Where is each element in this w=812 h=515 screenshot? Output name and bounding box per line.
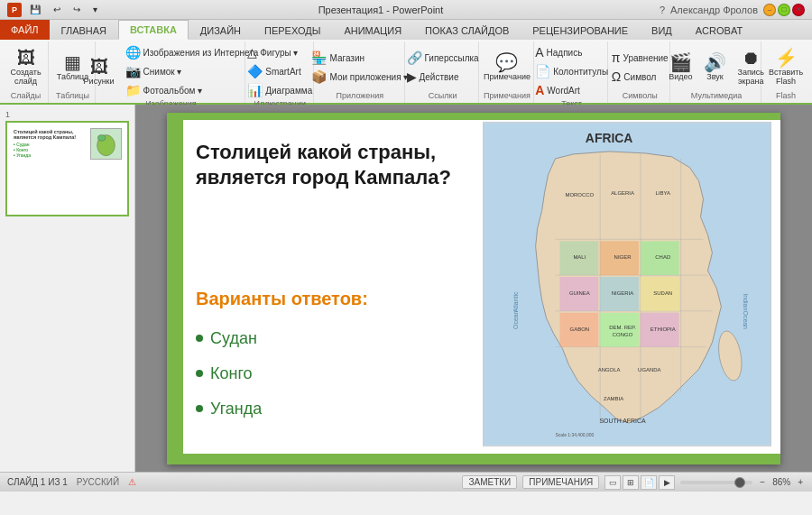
group-media-label: Мультимедиа xyxy=(691,91,743,101)
myapps-button[interactable]: 📦 Мои приложения ▾ xyxy=(307,68,412,86)
video-button[interactable]: 🎬 Видео xyxy=(664,51,697,84)
window-controls: – □ ✕ xyxy=(763,4,805,16)
app-title: Презентация1 - PowerPoint xyxy=(318,5,444,15)
tab-review[interactable]: РЕЦЕНЗИРОВАНИЕ xyxy=(521,20,640,40)
comment-button[interactable]: 💬 Примечание xyxy=(479,51,535,84)
slide-border-bottom xyxy=(167,454,780,464)
svg-text:MALI: MALI xyxy=(573,254,586,260)
action-button[interactable]: ▶ Действие xyxy=(402,68,484,86)
reading-view-icon[interactable]: 📄 xyxy=(641,475,657,490)
hyperlink-icon: 🔗 xyxy=(407,51,422,65)
header-button[interactable]: 📄 Колонтитулы xyxy=(531,62,613,80)
tab-transitions[interactable]: ПЕРЕХОДЫ xyxy=(253,20,332,40)
svg-text:CHAD: CHAD xyxy=(655,254,671,260)
quick-redo[interactable]: ↪ xyxy=(69,2,85,17)
symbol-icon: Ω xyxy=(612,69,621,84)
app-icon: P xyxy=(7,3,22,17)
tab-insert[interactable]: ВСТАВКА xyxy=(118,20,189,40)
group-applications-label: Приложения xyxy=(337,91,384,101)
pictures-icon: 🖼 xyxy=(90,58,108,76)
slide-answer-2[interactable]: Конго xyxy=(196,364,262,383)
create-slide-icon: 🖼 xyxy=(17,49,35,67)
ribbon-content: 🖼 Создатьслайд Слайды ▦ Таблица Таблицы … xyxy=(0,40,812,105)
action-icon: ▶ xyxy=(407,69,417,84)
slide-sorter-icon[interactable]: ⊞ xyxy=(623,475,639,490)
tab-acrobat[interactable]: ACROBAT xyxy=(684,20,754,40)
group-images: 🖼 Рисунки 🌐 Изображения из Интернета 📷 С… xyxy=(97,41,245,103)
tab-file[interactable]: ФАЙЛ xyxy=(0,20,50,40)
hyperlink-button[interactable]: 🔗 Гиперссылка xyxy=(402,49,484,67)
close-button[interactable]: ✕ xyxy=(792,4,805,16)
tab-view[interactable]: ВИД xyxy=(640,20,684,40)
tab-animation[interactable]: АНИМАЦИЯ xyxy=(332,20,413,40)
svg-text:GABON: GABON xyxy=(570,326,590,331)
notes-button[interactable]: ЗАМЕТКИ xyxy=(462,475,517,489)
pictures-button[interactable]: 🖼 Рисунки xyxy=(79,55,119,88)
zoom-slider[interactable] xyxy=(680,481,752,484)
group-links: 🔗 Гиперссылка ▶ Действие Ссылки xyxy=(407,41,479,103)
slide-canvas[interactable]: Столицей какой страны, является город Ка… xyxy=(167,113,780,464)
slide-info: СЛАЙД 1 ИЗ 1 xyxy=(7,477,68,487)
user-name: Александр Фролов xyxy=(670,5,758,15)
zoom-thumb[interactable] xyxy=(734,477,745,488)
tab-slideshow[interactable]: ПОКАЗ СЛАЙДОВ xyxy=(413,20,521,40)
view-icons: ▭ ⊞ 📄 ▶ xyxy=(604,475,675,490)
zoom-minus[interactable]: − xyxy=(758,477,767,487)
slide-answer-1[interactable]: Судан xyxy=(196,329,262,348)
flash-button[interactable]: ⚡ ВставитьFlash xyxy=(764,46,807,88)
group-flash-label: Flash xyxy=(776,91,796,101)
chart-button[interactable]: 📊 Диаграмма xyxy=(243,81,317,99)
slideshow-view-icon[interactable]: ▶ xyxy=(659,475,675,490)
textbox-button[interactable]: A Надпись xyxy=(531,43,613,61)
equation-icon: π xyxy=(612,51,621,65)
svg-text:MOROCCO: MOROCCO xyxy=(565,191,594,197)
tab-design[interactable]: ДИЗАЙН xyxy=(189,20,253,40)
svg-text:CONGO: CONGO xyxy=(613,331,633,336)
quick-undo[interactable]: ↩ xyxy=(49,2,65,17)
svg-text:UGANDA: UGANDA xyxy=(638,367,660,372)
record-icon: ⏺ xyxy=(742,49,760,67)
maximize-button[interactable]: □ xyxy=(778,4,790,16)
normal-view-icon[interactable]: ▭ xyxy=(604,475,621,490)
quick-customize[interactable]: ▾ xyxy=(88,2,102,17)
album-icon: 📁 xyxy=(125,83,141,97)
wordart-button[interactable]: A WordArt xyxy=(531,81,613,99)
header-icon: 📄 xyxy=(535,64,550,78)
equation-button[interactable]: π Уравнение xyxy=(607,49,673,67)
answer-text-2: Конго xyxy=(210,364,253,383)
slide-answer-3[interactable]: Уганда xyxy=(196,400,262,418)
africa-map: AFRICA xyxy=(483,122,771,446)
online-images-button[interactable]: 🌐 Изображения из Интернета xyxy=(121,43,263,61)
svg-text:ANGOLA: ANGOLA xyxy=(598,367,621,372)
online-images-icon: 🌐 xyxy=(125,45,141,60)
slide-border-left xyxy=(167,113,183,464)
store-button[interactable]: 🏪 Магазин xyxy=(307,49,412,67)
tab-home[interactable]: ГЛАВНАЯ xyxy=(50,20,118,40)
album-button[interactable]: 📁 Фотоальбом ▾ xyxy=(121,81,263,99)
comments-button[interactable]: ПРИМЕЧАНИЯ xyxy=(522,475,599,489)
group-slides: 🖼 Создатьслайд Слайды xyxy=(4,41,49,103)
group-symbols: π Уравнение Ω Символ Символы xyxy=(610,41,670,103)
status-right: ЗАМЕТКИ ПРИМЕЧАНИЯ ▭ ⊞ 📄 ▶ − 86% + xyxy=(462,475,805,490)
smartart-button[interactable]: 🔷 SmartArt xyxy=(243,62,317,80)
slide-question[interactable]: Столицей какой страны, является город Ка… xyxy=(196,140,475,191)
ribbon: ФАЙЛ ГЛАВНАЯ ВСТАВКА ДИЗАЙН ПЕРЕХОДЫ АНИ… xyxy=(0,20,812,105)
group-links-label: Ссылки xyxy=(429,91,457,101)
symbol-button[interactable]: Ω Символ xyxy=(607,68,673,86)
quick-save[interactable]: 💾 xyxy=(25,2,45,17)
slide-thumbnail-1[interactable]: Столицей какой страны,является город Кам… xyxy=(5,121,129,216)
shapes-button[interactable]: △ Фигуры ▾ xyxy=(243,43,317,61)
shapes-icon: △ xyxy=(247,45,257,60)
zoom-plus[interactable]: + xyxy=(796,477,805,487)
minimize-button[interactable]: – xyxy=(763,4,776,16)
store-icon: 🏪 xyxy=(311,51,327,65)
snapshot-button[interactable]: 📷 Снимок ▾ xyxy=(121,62,263,80)
help-button[interactable]: ? xyxy=(660,5,665,15)
create-slide-button[interactable]: 🖼 Создатьслайд xyxy=(5,46,45,88)
answer-bullet-1 xyxy=(196,335,203,342)
svg-text:Scale 1:34,400,000: Scale 1:34,400,000 xyxy=(556,432,595,437)
svg-text:ZAMBIA: ZAMBIA xyxy=(604,396,623,401)
slide-answers-title[interactable]: Варианты ответов: xyxy=(196,289,368,309)
audio-button[interactable]: 🔊 Звук xyxy=(698,51,731,84)
svg-text:NIGERIA: NIGERIA xyxy=(612,290,634,295)
